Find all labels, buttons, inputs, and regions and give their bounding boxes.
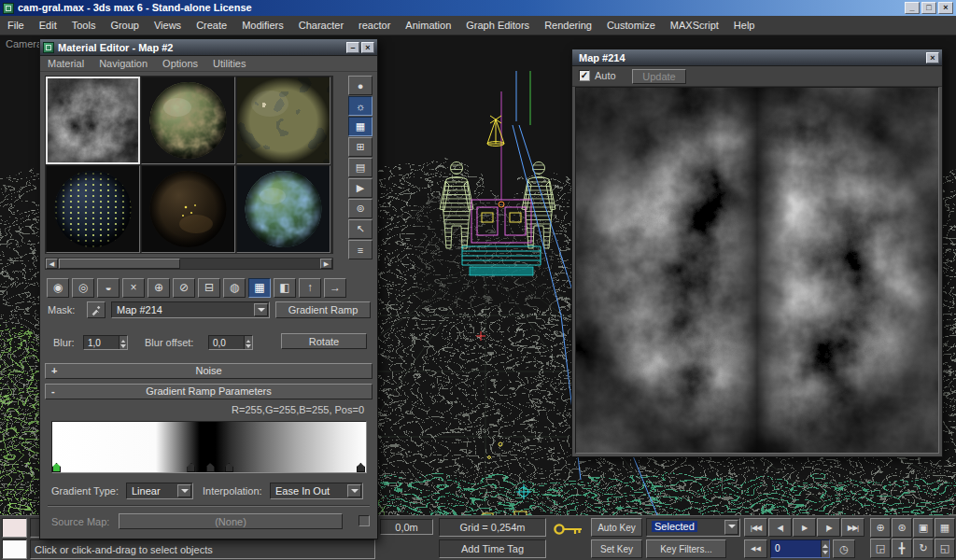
map-close-button[interactable]: ×: [926, 52, 939, 63]
menu-item[interactable]: Character: [291, 16, 351, 35]
menu-item[interactable]: Help: [726, 16, 763, 35]
material-id-channel-button[interactable]: ◍: [223, 278, 246, 298]
key-mode-toggle-button[interactable]: ◀◀: [744, 539, 767, 558]
map-214-window[interactable]: Map #214 × ✓ Auto Update: [571, 49, 943, 457]
menu-item[interactable]: Animation: [398, 16, 458, 35]
put-to-library-button[interactable]: ⊟: [198, 278, 220, 298]
pick-material-from-object-button[interactable]: [87, 301, 105, 318]
auto-key-button[interactable]: Auto Key: [591, 518, 642, 537]
gradient-ramp-widget[interactable]: [51, 421, 367, 473]
material-parameters[interactable]: Blur: 1,0 Blur offset: 0,0 Rotate + Nois…: [40, 322, 377, 540]
blur-offset-spinner[interactable]: [244, 336, 252, 349]
blur-offset-field[interactable]: 0,0: [208, 335, 253, 350]
material-editor-title-bar[interactable]: Material Editor - Map #2 –×: [40, 39, 377, 56]
gradient-flag[interactable]: [52, 463, 61, 472]
zoom-region-button[interactable]: ◲: [870, 539, 891, 558]
gradient-flag[interactable]: [187, 463, 195, 472]
scroll-left-icon[interactable]: ◀: [46, 259, 58, 269]
min-max-toggle-button[interactable]: ◱: [935, 539, 955, 558]
select-by-material-icon[interactable]: ↖: [348, 219, 373, 239]
show-end-result-button[interactable]: ◧: [274, 278, 296, 298]
pan-button[interactable]: ╋: [892, 539, 912, 558]
me-minimize-button[interactable]: –: [346, 42, 359, 53]
menu-item[interactable]: Modifiers: [234, 16, 291, 35]
zoom-extents-all-button[interactable]: ▦: [935, 518, 955, 538]
me-close-button[interactable]: ×: [361, 42, 374, 53]
go-to-start-button[interactable]: |◀◀: [744, 518, 767, 537]
viewport-label[interactable]: Camera: [6, 38, 42, 49]
rotate-button[interactable]: Rotate: [281, 333, 367, 349]
coordinate-field[interactable]: 0,0m: [380, 519, 433, 535]
menu-item[interactable]: reactor: [351, 16, 398, 35]
zoom-extents-button[interactable]: ▣: [913, 518, 934, 538]
sample-slot-scrollbar[interactable]: ◀ ▶: [45, 258, 333, 270]
previous-frame-button[interactable]: ◀|: [768, 518, 792, 537]
sample-slot-1[interactable]: [46, 77, 140, 164]
options-icon[interactable]: ⊚: [348, 199, 373, 218]
rollout-gradient-ramp-parameters[interactable]: - Gradient Ramp Parameters: [45, 384, 373, 399]
arc-rotate-button[interactable]: ↻: [913, 539, 934, 558]
menu-item[interactable]: Views: [147, 16, 189, 35]
sample-slot-5[interactable]: [141, 165, 235, 253]
gradient-flag[interactable]: [225, 463, 233, 472]
map-window-title-bar[interactable]: Map #214 ×: [572, 49, 942, 66]
current-frame-field[interactable]: 0: [770, 539, 830, 558]
update-button[interactable]: Update: [632, 69, 686, 84]
maxscript-mini-listener-top[interactable]: [2, 518, 27, 538]
make-preview-icon[interactable]: ▶: [348, 178, 373, 198]
make-unique-button[interactable]: ⊘: [173, 278, 195, 298]
maxscript-mini-listener-bottom[interactable]: [2, 539, 27, 559]
frame-spinner[interactable]: [821, 540, 829, 557]
blur-field[interactable]: 1,0: [83, 335, 128, 350]
menu-item[interactable]: Create: [189, 16, 234, 35]
close-button[interactable]: ×: [938, 2, 953, 14]
material-editor-window[interactable]: Material Editor - Map #2 –× MaterialNavi…: [39, 38, 378, 539]
menu-item[interactable]: Rendering: [537, 16, 599, 35]
reset-map-button[interactable]: ×: [122, 278, 145, 298]
auto-update-checkbox[interactable]: ✓: [579, 70, 590, 81]
play-button[interactable]: ▶: [793, 518, 816, 537]
menu-item[interactable]: Utilities: [205, 56, 253, 71]
set-key-button[interactable]: Set Key: [591, 539, 642, 558]
chevron-down-icon[interactable]: [724, 520, 738, 535]
sample-type-icon[interactable]: ●: [348, 76, 373, 95]
material-map-navigator-icon[interactable]: ≡: [348, 240, 373, 259]
menu-item[interactable]: Group: [103, 16, 147, 35]
zoom-button[interactable]: ⊕: [870, 518, 891, 538]
background-icon[interactable]: ▦: [348, 117, 373, 136]
sample-uv-tiling-icon[interactable]: ⊞: [348, 137, 373, 157]
menu-item[interactable]: Navigation: [91, 56, 155, 71]
video-color-check-icon[interactable]: ▤: [348, 158, 373, 177]
source-map-enable-checkbox[interactable]: [358, 515, 370, 526]
put-material-to-scene-button[interactable]: ◎: [72, 278, 94, 298]
sample-slot-2[interactable]: [141, 77, 235, 164]
chevron-down-icon[interactable]: [347, 484, 361, 497]
add-time-tag[interactable]: Add Time Tag: [439, 539, 546, 558]
go-to-end-button[interactable]: ▶▶|: [841, 518, 865, 537]
key-filters-button[interactable]: Key Filters...: [646, 539, 726, 558]
minimize-button[interactable]: _: [905, 2, 920, 14]
menu-item[interactable]: Material: [40, 56, 91, 71]
blur-spinner[interactable]: [119, 336, 127, 349]
scroll-right-icon[interactable]: ▶: [320, 259, 332, 269]
maximize-button[interactable]: □: [921, 2, 936, 14]
next-frame-button[interactable]: |▶: [817, 518, 840, 537]
material-name-dropdown[interactable]: Map #214: [111, 301, 270, 318]
go-to-parent-button[interactable]: ↑: [299, 278, 321, 298]
menu-item[interactable]: Tools: [64, 16, 104, 35]
chevron-down-icon[interactable]: [177, 484, 191, 497]
menu-item[interactable]: Edit: [32, 16, 64, 35]
chevron-down-icon[interactable]: [254, 303, 268, 316]
scrollbar-thumb[interactable]: [59, 259, 180, 269]
go-forward-to-sibling-button[interactable]: →: [324, 278, 346, 298]
gradient-type-dropdown[interactable]: Linear: [126, 483, 193, 499]
menu-item[interactable]: Customize: [599, 16, 663, 35]
map-type-button[interactable]: Gradient Ramp: [275, 301, 371, 318]
menu-item[interactable]: Options: [155, 56, 205, 71]
backlight-icon[interactable]: ☼: [348, 96, 373, 116]
source-map-button[interactable]: (None): [119, 513, 343, 529]
sample-slot-6[interactable]: [236, 165, 330, 253]
rollout-noise[interactable]: + Noise: [45, 363, 373, 379]
make-material-copy-button[interactable]: ⊕: [148, 278, 170, 298]
menu-item[interactable]: Graph Editors: [458, 16, 537, 35]
